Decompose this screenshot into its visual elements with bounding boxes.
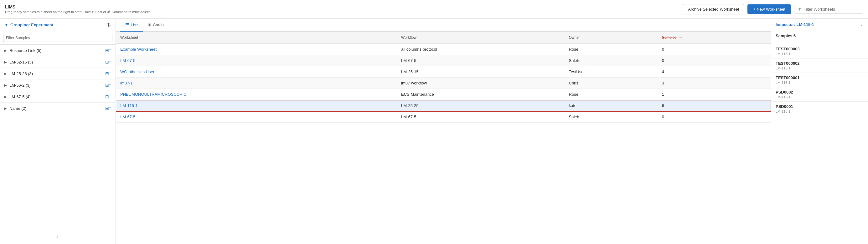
sidebar-header: ▼ Grouping: Experiment ⇅ — [0, 19, 116, 31]
inspector-items-list: TEST000003 LM-115-1 TEST000002 LM-115-1 … — [771, 44, 868, 244]
col-samples: Samples → — [658, 32, 771, 44]
sidebar-item-lm-25-28[interactable]: ▶ LM-25-28 (3) ⊞⁺ — [0, 68, 116, 79]
owner-cell: Rose — [565, 89, 658, 100]
filter-worksheets-input[interactable] — [804, 7, 860, 11]
sidebar-item-left: ▶ LM-52-15 (3) — [4, 60, 33, 64]
add-to-sheet-icon[interactable]: ⊞⁺ — [105, 48, 111, 53]
sidebar-item-name[interactable]: ▶ Name (2) ⊞⁺ — [0, 103, 116, 114]
workflow-cell: all columns protocol — [397, 44, 564, 55]
sidebar-item-left: ▶ LM-25-28 (3) — [4, 71, 33, 76]
archive-selected-button[interactable]: Archive Selected Worksheet — [683, 4, 744, 14]
inspector-item: TEST000002 LM-115-1 — [771, 59, 868, 73]
sidebar-item-label: Name (2) — [9, 106, 26, 111]
table-row[interactable]: WG-other-testUser LM-25-15 TestUser 4 — [116, 66, 771, 78]
sidebar-item-lm-67-5[interactable]: ▶ LM-67-5 (4) ⊞⁺ — [0, 91, 116, 103]
inspector-item-id: TEST000002 — [776, 61, 864, 66]
add-to-sheet-icon[interactable]: ⊞⁺ — [105, 106, 111, 111]
sidebar-item-left: ▶ Resource Link (5) — [4, 48, 42, 53]
workflow-cell: lm87 workflow — [397, 78, 564, 89]
workflow-cell: LM-67-5 — [397, 111, 564, 123]
sidebar-item-lm-52-15[interactable]: ▶ LM-52-15 (3) ⊞⁺ — [0, 56, 116, 68]
samples-cell: 4 — [658, 66, 771, 78]
inspector-samples-section: Samples 6 — [771, 30, 868, 44]
expand-icon: ▶ — [4, 83, 7, 87]
add-sidebar-item-button[interactable]: + — [0, 231, 116, 244]
app-branding: LIMS Drag ready samples to a sheet on th… — [5, 4, 151, 14]
inspector-title: Inspector: LM-115-1 — [776, 22, 814, 27]
filter-worksheets-wrapper: ▼ — [794, 5, 863, 14]
workflow-cell: LM-67-5 — [397, 55, 564, 66]
add-to-sheet-icon[interactable]: ⊞⁺ — [105, 71, 111, 76]
samples-cell: 6 — [658, 100, 771, 111]
worksheet-name-cell[interactable]: lm87-1 — [116, 78, 397, 89]
samples-cell: 0 — [658, 55, 771, 66]
inspector-item: TEST000001 LM-115-1 — [771, 73, 868, 87]
worksheet-name-cell[interactable]: LM-67-5 — [116, 111, 397, 123]
table-row[interactable]: LM-67-5 LM-67-5 Saleh 0 — [116, 111, 771, 123]
expand-icon: ▶ — [4, 107, 7, 110]
new-worksheet-button[interactable]: + New Worksheet — [747, 4, 791, 14]
add-to-sheet-icon[interactable]: ⊞⁺ — [105, 82, 111, 88]
inspector-header: Inspector: LM-115-1 ›| — [771, 19, 868, 30]
samples-cell: 0 — [658, 111, 771, 123]
sidebar: ▼ Grouping: Experiment ⇅ ▶ Resource Link… — [0, 19, 116, 244]
inspector-item: PSD0001 LM-115-1 — [771, 102, 868, 116]
sidebar-item-resource-link[interactable]: ▶ Resource Link (5) ⊞⁺ — [0, 45, 116, 56]
sidebar-filter-wrapper — [0, 31, 116, 45]
inspector-item-sub: LM-115-1 — [776, 109, 864, 113]
worksheets-table-wrapper: Worksheet Workflow Owner Samples → Examp… — [116, 32, 771, 244]
inspector-item-id: PSD0001 — [776, 104, 864, 109]
table-row[interactable]: PNEUMONOULTRAMICROSCOPIC ECS Maintenance… — [116, 89, 771, 100]
inspector-item-sub: LM-115-1 — [776, 52, 864, 56]
col-workflow: Workflow — [397, 32, 564, 44]
content-area: ☰ List ⊞ Cards Worksheet Workflow Owner — [116, 19, 771, 244]
tab-cards[interactable]: ⊞ Cards — [143, 19, 169, 32]
table-row[interactable]: lm87-1 lm87 workflow Chris 3 — [116, 78, 771, 89]
worksheets-table: Worksheet Workflow Owner Samples → Examp… — [116, 32, 771, 123]
sidebar-item-lm-56-2[interactable]: ▶ LM-56-2 (3) ⊞⁺ — [0, 79, 116, 91]
samples-arrow-icon: → — [678, 35, 683, 40]
worksheet-name-cell[interactable]: Example Worksheet — [116, 44, 397, 55]
sidebar-item-label: Resource Link (5) — [9, 48, 42, 53]
table-row[interactable]: LM-115-1 LM-25-25 kate 6 — [116, 100, 771, 111]
samples-cell: 1 — [658, 89, 771, 100]
expand-icon: ▶ — [4, 95, 7, 99]
col-worksheet: Worksheet — [116, 32, 397, 44]
workflow-cell: LM-25-15 — [397, 66, 564, 78]
sort-icon[interactable]: ⇅ — [107, 22, 111, 28]
filter-icon: ▼ — [798, 7, 802, 11]
owner-cell: Chris — [565, 78, 658, 89]
inspector-item-sub: LM-115-1 — [776, 95, 864, 99]
samples-cell: 3 — [658, 78, 771, 89]
col-owner: Owner — [565, 32, 658, 44]
worksheet-name-cell[interactable]: LM-115-1 — [116, 100, 397, 111]
table-header-row: Worksheet Workflow Owner Samples → — [116, 32, 771, 44]
table-row[interactable]: LM-67-5 LM-67-5 Saleh 0 — [116, 55, 771, 66]
worksheet-name-cell[interactable]: PNEUMONOULTRAMICROSCOPIC — [116, 89, 397, 100]
main-layout: ▼ Grouping: Experiment ⇅ ▶ Resource Link… — [0, 19, 868, 244]
workflow-cell: LM-25-25 — [397, 100, 564, 111]
worksheet-name-cell[interactable]: WG-other-testUser — [116, 66, 397, 78]
sidebar-items-list: ▶ Resource Link (5) ⊞⁺ ▶ LM-52-15 (3) ⊞⁺… — [0, 45, 116, 231]
add-to-sheet-icon[interactable]: ⊞⁺ — [105, 94, 111, 99]
app-header: LIMS Drag ready samples to a sheet on th… — [0, 0, 868, 19]
owner-cell: TestUser — [565, 66, 658, 78]
inspector-item: TEST000003 LM-115-1 — [771, 44, 868, 59]
sidebar-item-left: ▶ LM-56-2 (3) — [4, 83, 31, 88]
app-title: LIMS — [5, 4, 151, 9]
app-subtitle: Drag ready samples to a sheet on the rig… — [5, 10, 151, 14]
worksheet-name-cell[interactable]: LM-67-5 — [116, 55, 397, 66]
filter-samples-input[interactable] — [3, 34, 113, 42]
expand-icon: ▶ — [4, 49, 7, 52]
inspector-panel: Inspector: LM-115-1 ›| Samples 6 TEST000… — [771, 19, 868, 244]
view-tabs: ☰ List ⊞ Cards — [116, 19, 771, 32]
samples-cell: 0 — [658, 44, 771, 55]
workflow-cell: ECS Maintenance — [397, 89, 564, 100]
add-to-sheet-icon[interactable]: ⊞⁺ — [105, 60, 111, 64]
table-row[interactable]: Example Worksheet all columns protocol R… — [116, 44, 771, 55]
tab-list[interactable]: ☰ List — [120, 19, 143, 32]
cards-icon: ⊞ — [148, 23, 151, 27]
inspector-collapse-button[interactable]: ›| — [861, 22, 864, 27]
sidebar-item-label: LM-52-15 (3) — [9, 60, 33, 64]
inspector-item: PSD0002 LM-115-1 — [771, 87, 868, 102]
